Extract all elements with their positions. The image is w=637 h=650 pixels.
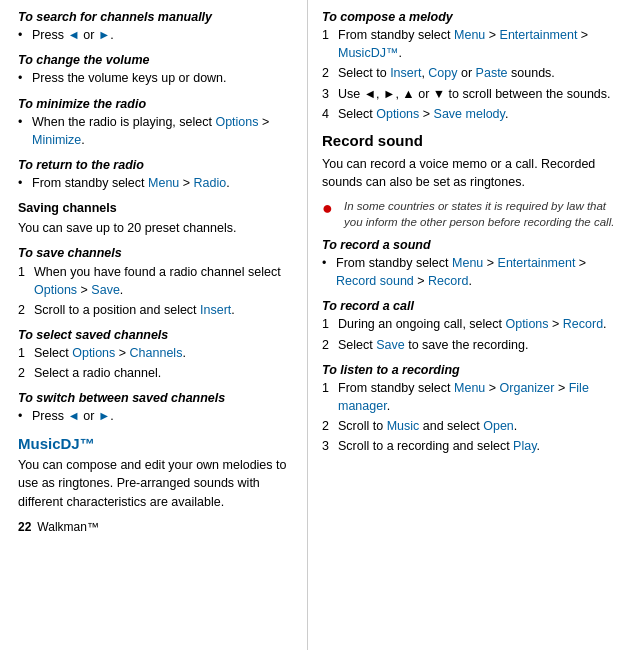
link-entertainment: Entertainment	[500, 28, 578, 42]
record-a-call-text1: During an ongoing call, select Options >…	[338, 315, 607, 333]
record-a-call-heading: To record a call	[322, 297, 627, 315]
save-channels-section: To save channels 1 When you have found a…	[18, 244, 297, 319]
num-1: 1	[18, 344, 32, 362]
record-a-sound-section: To record a sound • From standby select …	[322, 236, 627, 290]
listen-recording-item1: 1 From standby select Menu > Organizer >…	[322, 379, 627, 415]
compose-melody-item2: 2 Select to Insert, Copy or Paste sounds…	[322, 64, 627, 82]
saving-channels-section: Saving channels You can save up to 20 pr…	[18, 199, 297, 237]
record-a-sound-text: From standby select Menu > Entertainment…	[336, 254, 627, 290]
num-4: 4	[322, 105, 336, 123]
minimize-radio-item: • When the radio is playing, select Opti…	[18, 113, 297, 149]
minimize-radio-heading: To minimize the radio	[18, 95, 297, 113]
save-channels-heading: To save channels	[18, 244, 297, 262]
bullet-icon: •	[18, 113, 30, 131]
link-radio: Radio	[194, 176, 227, 190]
link-record: Record	[428, 274, 468, 288]
save-channels-item2: 2 Scroll to a position and select Insert…	[18, 301, 297, 319]
num-2: 2	[322, 336, 336, 354]
footer: 22 Walkman™	[18, 519, 297, 536]
link-entertainment: Entertainment	[498, 256, 576, 270]
save-channels-text1: When you have found a radio channel sele…	[34, 263, 297, 299]
search-channels-item: • Press ◄ or ►.	[18, 26, 297, 44]
note-icon: ●	[322, 198, 340, 220]
num-1: 1	[322, 26, 336, 44]
select-saved-heading: To select saved channels	[18, 326, 297, 344]
link-menu: Menu	[148, 176, 179, 190]
right-column: To compose a melody 1 From standby selec…	[308, 0, 637, 650]
footer-label: Walkman™	[37, 519, 99, 536]
return-radio-text: From standby select Menu > Radio.	[32, 174, 230, 192]
link-options: Options	[215, 115, 258, 129]
num-3: 3	[322, 85, 336, 103]
compose-melody-text1: From standby select Menu > Entertainment…	[338, 26, 627, 62]
switch-saved-heading: To switch between saved channels	[18, 389, 297, 407]
listen-recording-text1: From standby select Menu > Organizer > F…	[338, 379, 627, 415]
left-column: To search for channels manually • Press …	[0, 0, 308, 650]
listen-recording-text2: Scroll to Music and select Open.	[338, 417, 517, 435]
return-radio-item: • From standby select Menu > Radio.	[18, 174, 297, 192]
search-channels-heading: To search for channels manually	[18, 8, 297, 26]
link-right-arrow: ►	[98, 409, 110, 423]
link-right-arrow: ►	[98, 28, 110, 42]
compose-melody-item4: 4 Select Options > Save melody.	[322, 105, 627, 123]
saving-channels-heading: Saving channels	[18, 199, 297, 217]
bullet-icon: •	[18, 26, 30, 44]
link-menu: Menu	[452, 256, 483, 270]
listen-recording-text3: Scroll to a recording and select Play.	[338, 437, 540, 455]
link-musicdj: MusicDJ™	[338, 46, 398, 60]
link-channels: Channels	[130, 346, 183, 360]
record-a-call-section: To record a call 1 During an ongoing cal…	[322, 297, 627, 353]
link-options: Options	[505, 317, 548, 331]
num-1: 1	[322, 379, 336, 397]
link-save: Save	[376, 338, 405, 352]
listen-recording-section: To listen to a recording 1 From standby …	[322, 361, 627, 456]
change-volume-heading: To change the volume	[18, 51, 297, 69]
minimize-radio-section: To minimize the radio • When the radio i…	[18, 95, 297, 149]
musicdj-body: You can compose and edit your own melodi…	[18, 456, 297, 510]
link-menu: Menu	[454, 381, 485, 395]
musicdj-heading: MusicDJ™	[18, 433, 297, 455]
return-radio-section: To return to the radio • From standby se…	[18, 156, 297, 192]
search-channels-section: To search for channels manually • Press …	[18, 8, 297, 44]
record-sound-body: You can record a voice memo or a call. R…	[322, 155, 627, 191]
link-save: Save	[91, 283, 120, 297]
listen-recording-item3: 3 Scroll to a recording and select Play.	[322, 437, 627, 455]
switch-saved-section: To switch between saved channels • Press…	[18, 389, 297, 425]
num-1: 1	[18, 263, 32, 281]
num-2: 2	[18, 301, 32, 319]
page: To search for channels manually • Press …	[0, 0, 637, 650]
link-music: Music	[387, 419, 420, 433]
link-paste: Paste	[476, 66, 508, 80]
bullet-icon: •	[18, 407, 30, 425]
record-a-call-text2: Select Save to save the recording.	[338, 336, 528, 354]
change-volume-text: Press the volume keys up or down.	[32, 69, 227, 87]
listen-recording-item2: 2 Scroll to Music and select Open.	[322, 417, 627, 435]
link-save-melody: Save melody	[434, 107, 505, 121]
record-a-sound-heading: To record a sound	[322, 236, 627, 254]
bullet-icon: •	[18, 69, 30, 87]
note-box: ● In some countries or states it is requ…	[322, 198, 627, 230]
change-volume-item: • Press the volume keys up or down.	[18, 69, 297, 87]
link-options: Options	[34, 283, 77, 297]
num-3: 3	[322, 437, 336, 455]
musicdj-section: MusicDJ™ You can compose and edit your o…	[18, 433, 297, 511]
compose-melody-item1: 1 From standby select Menu > Entertainme…	[322, 26, 627, 62]
change-volume-section: To change the volume • Press the volume …	[18, 51, 297, 87]
link-copy: Copy	[428, 66, 457, 80]
select-saved-text1: Select Options > Channels.	[34, 344, 186, 362]
record-a-call-item1: 1 During an ongoing call, select Options…	[322, 315, 627, 333]
select-saved-text2: Select a radio channel.	[34, 364, 161, 382]
link-record: Record	[563, 317, 603, 331]
compose-melody-text3: Use ◄, ►, ▲ or ▼ to scroll between the s…	[338, 85, 611, 103]
compose-melody-section: To compose a melody 1 From standby selec…	[322, 8, 627, 123]
link-organizer: Organizer	[500, 381, 555, 395]
link-open: Open	[483, 419, 514, 433]
link-menu: Menu	[454, 28, 485, 42]
record-a-sound-item: • From standby select Menu > Entertainme…	[322, 254, 627, 290]
switch-saved-item: • Press ◄ or ►.	[18, 407, 297, 425]
compose-melody-heading: To compose a melody	[322, 8, 627, 26]
num-2: 2	[322, 417, 336, 435]
num-2: 2	[322, 64, 336, 82]
link-options: Options	[376, 107, 419, 121]
link-left-arrow: ◄	[67, 409, 79, 423]
